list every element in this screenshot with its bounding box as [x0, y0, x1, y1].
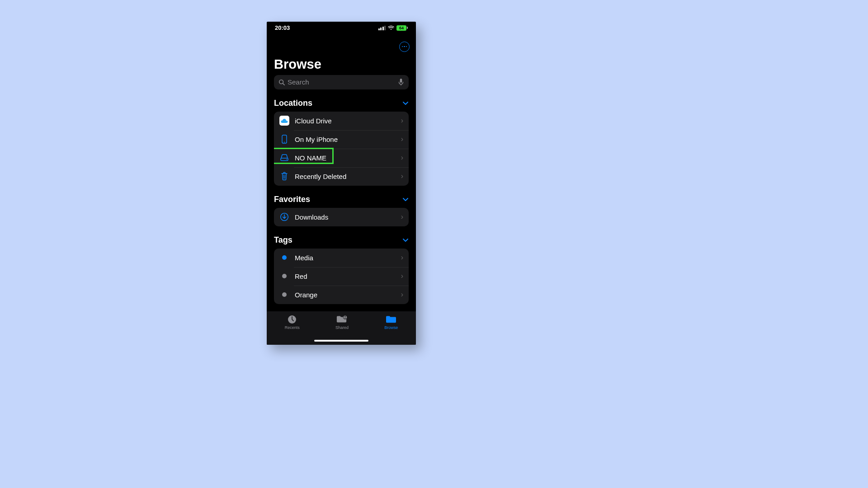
svg-point-13: [345, 316, 346, 317]
svg-line-1: [283, 83, 285, 85]
tags-list: Media › Red › Orange ›: [274, 249, 409, 304]
tab-label: Browse: [384, 325, 398, 330]
page-title: Browse: [274, 57, 321, 72]
shared-folder-icon: [336, 315, 347, 324]
tag-media[interactable]: Media ›: [274, 249, 409, 267]
section-header-locations[interactable]: Locations: [274, 99, 409, 108]
row-label: NO NAME: [295, 154, 401, 162]
favorite-downloads[interactable]: Downloads ›: [274, 208, 409, 226]
chevron-right-icon: ›: [401, 154, 403, 162]
battery-icon: 64: [396, 25, 408, 31]
location-no-name[interactable]: NO NAME ›: [274, 149, 409, 167]
chevron-down-icon: [402, 100, 409, 106]
main-content: Locations iCloud Drive › On My iPhone ›: [267, 93, 416, 311]
chevron-right-icon: ›: [401, 117, 403, 125]
search-input[interactable]: [288, 78, 398, 86]
row-label: On My iPhone: [295, 136, 401, 143]
row-label: iCloud Drive: [295, 117, 401, 125]
chevron-right-icon: ›: [401, 272, 403, 280]
svg-point-5: [284, 142, 285, 143]
tab-bar: Recents Shared Browse: [267, 311, 416, 345]
section-title: Locations: [274, 99, 312, 108]
ellipsis-icon: [402, 46, 407, 47]
tab-label: Recents: [285, 325, 300, 330]
battery-level: 64: [396, 25, 406, 31]
row-label: Recently Deleted: [295, 173, 401, 180]
microphone-icon[interactable]: [398, 78, 404, 86]
section-header-favorites[interactable]: Favorites: [274, 195, 409, 204]
location-icloud-drive[interactable]: iCloud Drive ›: [274, 112, 409, 130]
tag-red[interactable]: Red ›: [274, 267, 409, 286]
external-drive-icon: [279, 153, 289, 163]
row-label: Red: [295, 272, 401, 280]
clock: 20:03: [275, 24, 290, 31]
search-bar[interactable]: [274, 75, 409, 89]
section-title: Favorites: [274, 195, 310, 204]
tag-dot-icon: [282, 292, 287, 297]
trash-icon: [279, 171, 289, 181]
chevron-down-icon: [402, 196, 409, 202]
phone-frame: 20:03 64 Browse: [267, 22, 416, 345]
chevron-right-icon: ›: [401, 172, 403, 180]
home-indicator[interactable]: [314, 340, 368, 342]
svg-rect-2: [400, 78, 402, 82]
iphone-icon: [279, 134, 289, 144]
icloud-icon: [279, 116, 289, 126]
row-label: Orange: [295, 291, 401, 299]
svg-point-12: [344, 315, 347, 319]
downloads-icon: [279, 212, 289, 222]
folder-icon: [386, 315, 396, 324]
tab-browse[interactable]: Browse: [384, 315, 398, 330]
favorites-list: Downloads ›: [274, 208, 409, 226]
chevron-down-icon: [402, 237, 409, 243]
status-right: 64: [378, 25, 408, 31]
location-on-my-iphone[interactable]: On My iPhone ›: [274, 130, 409, 149]
chevron-right-icon: ›: [401, 291, 403, 299]
tag-orange[interactable]: Orange ›: [274, 286, 409, 304]
tab-recents[interactable]: Recents: [285, 315, 300, 330]
status-bar: 20:03 64: [267, 22, 416, 34]
tag-dot-icon: [282, 255, 287, 260]
svg-point-7: [286, 159, 287, 160]
search-icon: [278, 79, 285, 85]
clock-icon: [287, 315, 297, 324]
tab-shared[interactable]: Shared: [335, 315, 349, 330]
more-button[interactable]: [399, 42, 410, 52]
wifi-icon: [388, 25, 394, 30]
row-label: Downloads: [295, 213, 401, 221]
cellular-icon: [378, 26, 386, 30]
chevron-right-icon: ›: [401, 213, 403, 221]
section-header-tags[interactable]: Tags: [274, 235, 409, 245]
tab-label: Shared: [335, 325, 349, 330]
locations-list: iCloud Drive › On My iPhone › NO NAME ›: [274, 112, 409, 186]
chevron-right-icon: ›: [401, 253, 403, 262]
location-recently-deleted[interactable]: Recently Deleted ›: [274, 167, 409, 186]
tag-dot-icon: [282, 274, 287, 278]
row-label: Media: [295, 254, 401, 262]
section-title: Tags: [274, 235, 292, 245]
chevron-right-icon: ›: [401, 135, 403, 143]
